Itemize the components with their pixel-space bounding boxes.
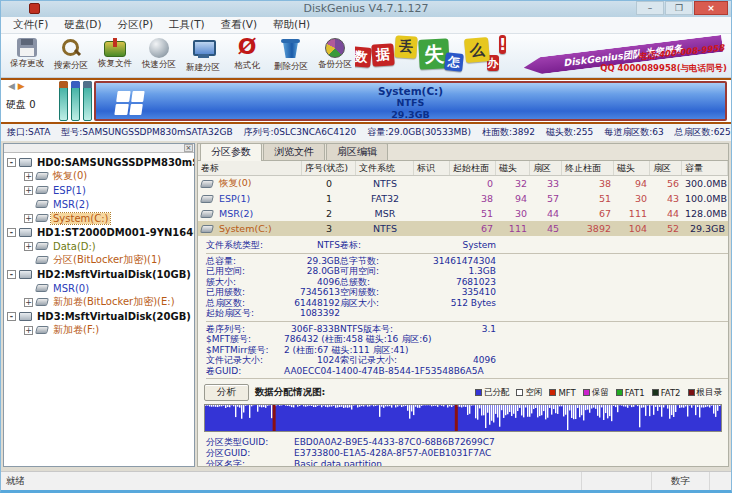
ad-tile: 丢	[394, 35, 417, 58]
menu-item[interactable]: 查看(V)	[213, 17, 265, 33]
tab[interactable]: 扇区编辑	[326, 143, 388, 160]
tree-item[interactable]: - HD3:MsftVirtualDisk(20GB)	[4, 309, 194, 323]
detail-label: 可用空间:	[340, 266, 424, 277]
disk-info-line: 接口:SATA型号:SAMSUNGSSDPM830mSATA32GB序列号:0S…	[1, 124, 731, 141]
expand-toggle-icon[interactable]: -	[7, 228, 16, 237]
column-header: 磁头	[496, 161, 530, 175]
table-row[interactable]: MSR(2) 2 MSR 51 30 44 67 111 44 128.0MB	[198, 206, 728, 221]
detail-value: 306F-833B	[284, 324, 340, 335]
tree-item[interactable]: + 新加卷(BitLocker加密)(E:)	[4, 295, 194, 309]
tree-item[interactable]: + 新加卷(F:)	[4, 323, 194, 337]
disk-info-segment: 接口:SATA	[7, 126, 50, 139]
disk-info-segment: 总扇区数:62533296	[675, 126, 732, 139]
table-row[interactable]: ESP(1) 1 FAT32 38 94 57 51 30 43 100.0MB	[198, 191, 728, 206]
tree-node-icon	[35, 200, 49, 208]
ad-qq: QQ 4000089958(与电话同号)	[600, 63, 727, 75]
menu-item[interactable]: 帮助(H)	[265, 17, 318, 33]
detail-label: 总字节数:	[340, 256, 424, 267]
tree-item[interactable]: 分区(BitLocker加密)(1)	[4, 253, 194, 267]
toolbar-button[interactable]: 搜索分区	[49, 36, 93, 74]
detail-value: 786432 (柱面:458 磁头:16 扇区:6)	[284, 334, 496, 345]
toolbar-icon	[60, 37, 82, 59]
toolbar-button-label: 快速分区	[142, 59, 176, 71]
tree-item[interactable]: MSR(2)	[4, 197, 194, 211]
toolbar-icon	[236, 37, 258, 59]
legend-label: 空闲	[525, 387, 542, 399]
tree-item[interactable]: + Data(D:)	[4, 239, 194, 253]
detail-label: 卷序列号:	[206, 324, 284, 335]
tree-item[interactable]: + System(C:)	[4, 211, 194, 225]
expand-toggle-icon[interactable]: +	[24, 326, 33, 335]
disk-info-segment: 每道扇区数:63	[604, 126, 663, 139]
partition-sliver-esp[interactable]	[71, 81, 80, 121]
disk-graphic-panel: ◀ ▶ 硬盘 0 System(C:) NTFS 29.3GB	[1, 78, 731, 124]
expand-toggle-icon[interactable]: -	[7, 270, 16, 279]
toolbar-button[interactable]: 快速分区	[137, 36, 181, 74]
expand-toggle-icon[interactable]: +	[24, 186, 33, 195]
tree-item[interactable]: - HD1:ST2000DM001-9YN164(1863GB)	[4, 225, 194, 239]
detail-label: 空闲簇数:	[340, 287, 424, 298]
tree-node-icon	[19, 270, 32, 279]
column-header: 序号(状态)	[302, 161, 356, 175]
tree-item[interactable]: - HD2:MsftVirtualDisk(10GB)	[4, 267, 194, 281]
menu-item[interactable]: 文件(F)	[5, 17, 56, 33]
expand-toggle-icon[interactable]: -	[7, 158, 16, 167]
tree-item[interactable]: MSR(0)	[4, 281, 194, 295]
table-row[interactable]: 恢复(0) 0 NTFS 0 32 33 38 94 56 300.0MB	[198, 176, 728, 191]
expand-toggle-icon[interactable]: -	[7, 312, 16, 321]
next-disk-arrow-icon[interactable]: ▶	[18, 81, 25, 91]
toolbar-button[interactable]: 删除分区	[269, 36, 313, 74]
tab[interactable]: 分区参数	[200, 143, 262, 161]
partition-sliver-msr[interactable]	[83, 81, 92, 121]
expand-toggle-icon[interactable]: +	[24, 242, 33, 251]
expand-toggle-icon[interactable]: +	[24, 172, 33, 181]
partition-name: System(C:)	[96, 85, 725, 97]
tree-node-icon	[35, 242, 49, 250]
table-row[interactable]: System(C:) 3 NTFS 67 111 45 3892 104 52 …	[198, 221, 728, 236]
toolbar-icon	[280, 38, 302, 60]
menu-item[interactable]: 硬盘(D)	[56, 17, 109, 33]
detail-label: 扇区大小:	[340, 298, 424, 309]
panel-close-icon[interactable]: ×	[184, 144, 193, 152]
cell-end-cylinder: 3892	[562, 223, 614, 234]
cell-end-sector: 52	[650, 223, 682, 234]
tree-node-icon	[35, 186, 49, 194]
tree-item[interactable]: + ESP(1)	[4, 183, 194, 197]
guid-value: Basic data partition	[294, 459, 728, 467]
toolbar-icon	[17, 38, 37, 57]
tree-item[interactable]: + 恢复(0)	[4, 169, 194, 183]
maximize-button[interactable]: ❐	[665, 1, 693, 15]
analyze-button[interactable]: 分析	[204, 384, 249, 401]
partition-sliver-recovery[interactable]	[59, 81, 68, 121]
resize-grip[interactable]	[709, 472, 731, 490]
minimize-button[interactable]: –	[636, 1, 664, 15]
tab[interactable]: 浏览文件	[263, 143, 325, 160]
expand-toggle-icon[interactable]: +	[24, 298, 33, 307]
prev-disk-arrow-icon[interactable]: ◀	[8, 81, 15, 91]
ad-banner[interactable]: 数据丢失怎么办! DiskGenius团队 为您服务 电话:400-008-99…	[355, 34, 729, 78]
toolbar-button-label: 保存更改	[10, 58, 44, 70]
menu-item[interactable]: 分区(P)	[110, 17, 162, 33]
detail-row: 簇大小: 4096 总簇数: 7681023	[206, 277, 728, 288]
cell-filesystem: MSR	[356, 208, 414, 219]
expand-toggle-icon[interactable]: +	[24, 214, 33, 223]
tree-node-icon	[35, 214, 49, 222]
legend-item: 空闲	[516, 387, 542, 399]
close-button[interactable]: ×	[694, 1, 728, 15]
detail-row: 已用簇数: 7345613 空闲簇数: 335410	[206, 287, 728, 298]
detail-value: 512 Bytes	[424, 298, 496, 309]
legend-item: FAT2	[652, 388, 681, 398]
disk-info-segment: 磁头数:255	[546, 126, 593, 139]
toolbar-button[interactable]: 备份分区	[313, 36, 357, 74]
menu-item[interactable]: 工具(T)	[161, 17, 213, 33]
toolbar-button[interactable]: 格式化	[225, 36, 269, 74]
detail-row: $MFT簇号: 786432 (柱面:458 磁头:16 扇区:6)	[206, 334, 728, 345]
status-num-indicator: 数字	[651, 472, 709, 490]
toolbar-button[interactable]: 新建分区	[181, 36, 225, 74]
toolbar-button[interactable]: 保存更改	[5, 36, 49, 74]
partition-bar-system-c[interactable]: System(C:) NTFS 29.3GB	[94, 81, 727, 121]
column-header: 文件系统	[356, 161, 414, 175]
toolbar-button[interactable]: 恢复文件	[93, 36, 137, 74]
cell-start-sector: 33	[530, 178, 562, 189]
tree-item[interactable]: - HD0:SAMSUNGSSDPM830mSATA32GB(3	[4, 155, 194, 169]
